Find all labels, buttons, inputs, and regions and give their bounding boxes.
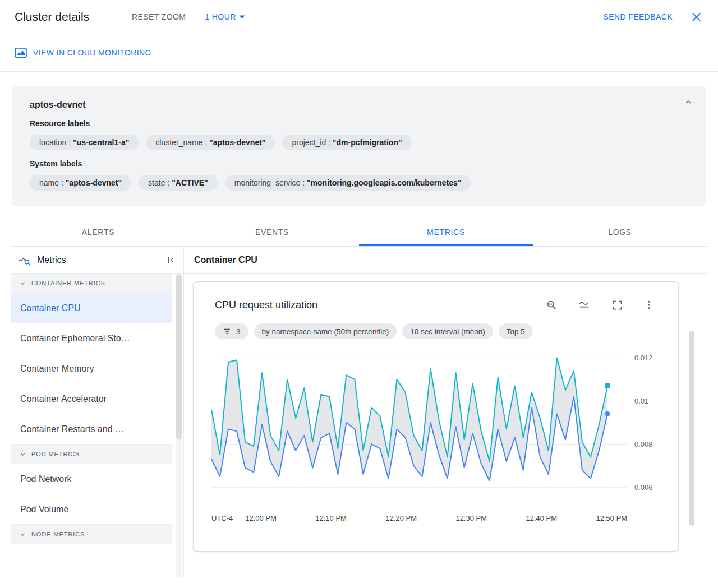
chart-toolbar (544, 298, 659, 312)
content-scrollbar[interactable] (689, 331, 694, 526)
sidebar-scrollbar-thumb[interactable] (176, 274, 182, 439)
chart-type-button[interactable] (577, 298, 592, 312)
tab-alerts[interactable]: ALERTS (11, 220, 185, 246)
chip-label: 10 sec interval (mean) (410, 327, 485, 336)
chart-chip-10-sec-interval-mean[interactable]: 10 sec interval (mean) (402, 323, 493, 339)
more-vert-icon (643, 299, 655, 311)
send-feedback-button[interactable]: SEND FEEDBACK (604, 12, 673, 21)
collapse-card-button[interactable] (684, 98, 693, 107)
time-range-label: 1 HOUR (205, 12, 236, 21)
metrics-sidebar: Metrics CONTAINER METRICSContainer CPUCo… (11, 247, 184, 577)
section-node-metrics[interactable]: NODE METRICS (11, 524, 172, 544)
monitoring-row: VIEW IN CLOUD MONITORING (0, 34, 718, 72)
chip-label: 3 (236, 327, 241, 336)
chevron-down-icon (19, 451, 26, 458)
svg-text:0.012: 0.012 (634, 354, 653, 362)
label-chip-name: name : "aptos-devnet" (30, 175, 131, 191)
sidebar-sections: CONTAINER METRICSContainer CPUContainer … (11, 273, 172, 544)
metrics-panel-body: Metrics CONTAINER METRICSContainer CPUCo… (11, 247, 707, 577)
system-labels-heading: System labels (30, 159, 688, 168)
reset-zoom-button[interactable]: RESET ZOOM (132, 12, 186, 21)
svg-text:12:20 PM: 12:20 PM (385, 514, 417, 522)
cluster-summary-card: aptos-devnet Resource labels location : … (12, 86, 706, 206)
more-options-button[interactable] (642, 298, 656, 312)
sidebar-item-pod-volume[interactable]: Pod Volume (11, 494, 172, 525)
content-title: Container CPU (194, 255, 257, 265)
tab-events[interactable]: EVENTS (185, 220, 359, 246)
sidebar-item-container-restarts-and[interactable]: Container Restarts and … (11, 414, 172, 445)
area-chart-icon (578, 299, 591, 311)
tab-logs[interactable]: LOGS (533, 220, 707, 246)
svg-text:12:00 PM: 12:00 PM (245, 514, 277, 522)
label-chip-cluster-name: cluster_name : "aptos-devnet" (146, 135, 275, 150)
chevron-down-icon (19, 531, 26, 538)
svg-text:12:40 PM: 12:40 PM (526, 514, 557, 522)
svg-text:12:50 PM: 12:50 PM (596, 514, 628, 522)
svg-text:0.006: 0.006 (634, 483, 653, 492)
zoom-reset-button[interactable] (544, 298, 559, 312)
label-chip-project-id: project_id : "dm-pcfmigration" (282, 135, 411, 150)
sidebar-item-container-ephemeral-sto[interactable]: Container Ephemeral Sto… (11, 323, 172, 354)
chart-chip-3[interactable]: 3 (215, 323, 248, 339)
monitoring-chart-icon (15, 48, 27, 58)
filter-icon (223, 327, 232, 336)
sidebar-item-pod-network[interactable]: Pod Network (11, 464, 172, 494)
chevron-up-icon (684, 98, 693, 107)
sidebar-scrollbar[interactable] (176, 274, 182, 577)
chart-title: CPU request utilization (215, 299, 544, 311)
cpu-utilization-chart[interactable]: 0.0120.010.0080.006UTC-412:00 PM12:10 PM… (210, 342, 659, 527)
label-chip-monitoring-service: monitoring_service : "monitoring.googlea… (225, 175, 471, 191)
chart-card: CPU request utilization (193, 281, 679, 552)
tab-metrics[interactable]: METRICS (359, 220, 533, 246)
metrics-icon (18, 254, 30, 266)
chip-label: by namespace name (50th percentile) (262, 327, 389, 336)
close-icon (691, 11, 702, 23)
tab-bar: ALERTSEVENTSMETRICSLOGS (11, 220, 707, 247)
label-chip-state: state : "ACTIVE" (139, 175, 218, 191)
page-title: Cluster details (15, 10, 89, 24)
svg-text:12:10 PM: 12:10 PM (315, 514, 347, 522)
collapse-sidebar-button[interactable] (164, 254, 177, 266)
resource-labels-chips: location : "us-central1-a"cluster_name :… (30, 135, 688, 150)
chart-chip-by-namespace-name-50th-percentile[interactable]: by namespace name (50th percentile) (254, 323, 397, 339)
resource-labels-heading: Resource labels (30, 119, 688, 128)
close-button[interactable] (689, 10, 703, 24)
system-labels-chips: name : "aptos-devnet"state : "ACTIVE"mon… (30, 175, 688, 191)
header-bar: Cluster details RESET ZOOM 1 HOUR SEND F… (0, 0, 718, 34)
section-label: CONTAINER METRICS (31, 280, 105, 286)
sidebar-title: Metrics (37, 255, 158, 265)
fullscreen-icon (611, 299, 623, 311)
monitoring-link-label: VIEW IN CLOUD MONITORING (33, 48, 151, 57)
sidebar-item-container-memory[interactable]: Container Memory (11, 354, 172, 384)
sidebar-item-container-cpu[interactable]: Container CPU (11, 293, 172, 323)
label-chip-location: location : "us-central1-a" (30, 135, 139, 150)
chart-card-header: CPU request utilization (210, 298, 659, 312)
cluster-name: aptos-devnet (30, 100, 688, 110)
metrics-content: Container CPU CPU request utilization (184, 247, 707, 577)
section-pod-metrics[interactable]: POD METRICS (11, 444, 172, 464)
chart-chip-top-5[interactable]: Top 5 (499, 323, 533, 339)
section-label: POD METRICS (31, 451, 80, 457)
chevron-down-icon (239, 15, 245, 19)
svg-text:UTC-4: UTC-4 (211, 514, 233, 522)
time-range-dropdown[interactable]: 1 HOUR (205, 12, 245, 21)
zoom-out-icon (545, 299, 558, 311)
view-in-cloud-monitoring-link[interactable]: VIEW IN CLOUD MONITORING (15, 48, 151, 58)
collapse-panel-icon (165, 255, 176, 265)
cluster-details-panel: Cluster details RESET ZOOM 1 HOUR SEND F… (0, 0, 718, 588)
svg-text:0.008: 0.008 (634, 440, 653, 448)
chip-label: Top 5 (507, 327, 525, 336)
chart-filter-chips: 3by namespace name (50th percentile)10 s… (215, 323, 659, 339)
sidebar-header: Metrics (11, 247, 183, 274)
section-container-metrics[interactable]: CONTAINER METRICS (11, 273, 172, 293)
chevron-down-icon (19, 280, 26, 287)
svg-text:12:30 PM: 12:30 PM (455, 514, 487, 522)
sidebar-item-container-accelerator[interactable]: Container Accelerator (11, 384, 172, 414)
fullscreen-button[interactable] (610, 298, 624, 312)
section-label: NODE METRICS (31, 531, 85, 538)
content-header: Container CPU (184, 247, 707, 274)
svg-text:0.01: 0.01 (634, 397, 648, 405)
